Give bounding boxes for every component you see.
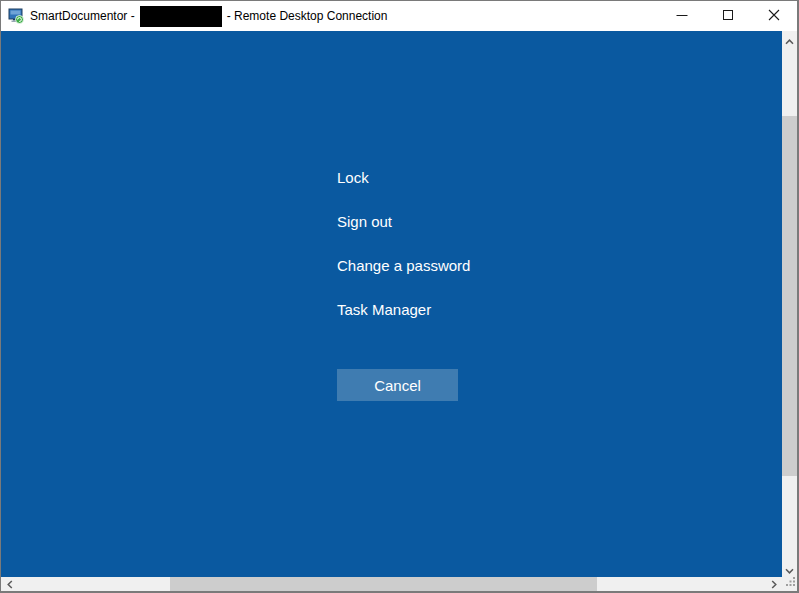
horizontal-scrollbar-thumb[interactable] [170,577,597,591]
maximize-icon [722,7,734,25]
window-title: SmartDocumentor - - Remote Desktop Conne… [30,6,387,27]
scroll-right-button[interactable] [765,577,782,591]
vertical-scrollbar[interactable] [782,31,797,577]
window-controls [659,1,797,31]
minimize-icon [676,7,688,25]
scrollbar-corner [782,577,797,591]
security-screen: Lock Sign out Change a password Task Man… [1,31,782,577]
chevron-left-icon [7,575,13,593]
rdp-app-icon[interactable] [8,8,24,24]
menu-item-change-password[interactable]: Change a password [337,256,470,276]
chevron-right-icon [771,575,777,593]
maximize-button[interactable] [705,1,751,31]
scroll-up-button[interactable] [782,31,797,48]
horizontal-scrollbar[interactable] [1,577,782,591]
close-icon [768,7,780,25]
resize-grip-icon[interactable] [784,572,796,590]
menu-item-lock[interactable]: Lock [337,168,369,188]
chevron-up-icon [785,31,794,49]
cancel-button[interactable]: Cancel [337,369,458,401]
rdp-window: SmartDocumentor - - Remote Desktop Conne… [0,0,799,593]
vertical-scrollbar-thumb[interactable] [782,116,797,476]
window-title-prefix: SmartDocumentor - [30,9,135,23]
titlebar[interactable]: SmartDocumentor - - Remote Desktop Conne… [1,1,797,31]
minimize-button[interactable] [659,1,705,31]
scroll-left-button[interactable] [1,577,18,591]
menu-item-task-manager[interactable]: Task Manager [337,300,431,320]
close-button[interactable] [751,1,797,31]
menu-item-sign-out[interactable]: Sign out [337,212,392,232]
redacted-text [140,6,222,27]
window-title-suffix: - Remote Desktop Connection [227,9,388,23]
